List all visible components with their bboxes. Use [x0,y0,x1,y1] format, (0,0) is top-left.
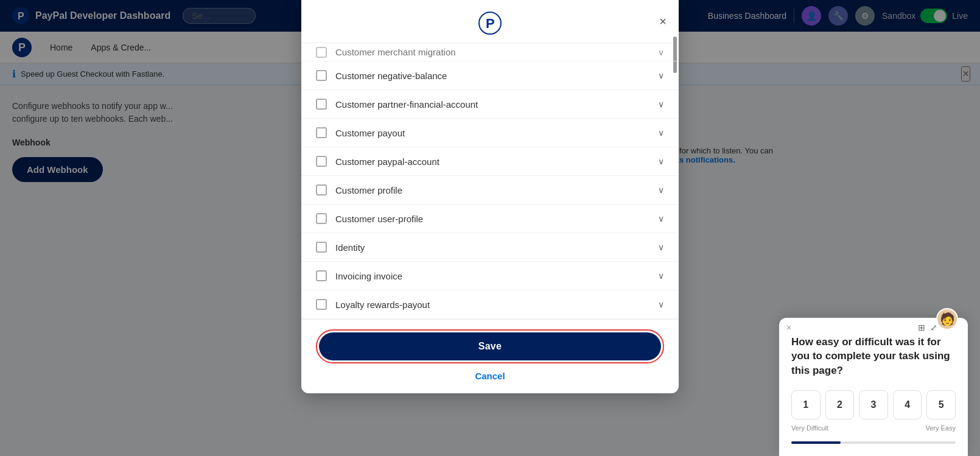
item-label-customer-profile: Customer profile [335,185,649,195]
save-button-wrapper: Save [316,329,664,363]
modal-header: P × [301,0,679,43]
list-item-customer-user-profile[interactable]: Customer user-profile ∨ [301,205,679,233]
checkbox-customer-profile[interactable] [316,184,327,195]
very-easy-label: Very Easy [925,424,956,432]
chevron-loyalty-rewards-payout: ∨ [658,300,664,309]
list-item-customer-paypal-account[interactable]: Customer paypal-account ∨ [301,147,679,176]
chevron-customer-paypal-account: ∨ [658,156,664,166]
feedback-scale: 1 2 3 4 5 [791,390,956,419]
checkbox-customer-user-profile[interactable] [316,213,327,224]
list-item-customer-partner-financial-account[interactable]: Customer partner-financial-account ∨ [301,90,679,119]
checkbox-invoicing-invoice[interactable] [316,270,327,281]
scale-button-4[interactable]: 4 [893,390,922,419]
item-label-customer-user-profile: Customer user-profile [335,214,649,224]
chevron-customer-merchant-migration: ∨ [658,47,664,57]
item-label-customer-payout: Customer payout [335,128,649,138]
chevron-customer-partner-financial-account: ∨ [658,99,664,109]
cancel-link[interactable]: Cancel [316,371,664,381]
feedback-grid-icon-button[interactable]: ⊞ [918,323,925,332]
list-item-customer-merchant-migration[interactable]: Customer merchant migration ∨ [301,43,679,61]
svg-text:P: P [486,16,495,31]
scale-labels: Very Difficult Very Easy [791,424,956,432]
list-item-loyalty-rewards-payout[interactable]: Loyalty rewards-payout ∨ [301,290,679,319]
scale-button-1[interactable]: 1 [791,390,821,419]
feedback-avatar: 🧑 [936,308,958,330]
checkbox-customer-paypal-account[interactable] [316,156,327,167]
list-item-identity[interactable]: Identity ∨ [301,233,679,262]
scale-button-5[interactable]: 5 [926,390,956,419]
feedback-close-button[interactable]: × [786,323,791,332]
chevron-customer-payout: ∨ [658,128,664,138]
webhook-events-modal: P × Customer merchant migration ∨ Custom… [301,0,679,393]
chevron-customer-negative-balance: ∨ [658,71,664,80]
checkbox-customer-negative-balance[interactable] [316,70,327,81]
modal-paypal-logo: P [478,11,502,35]
checkbox-loyalty-rewards-payout[interactable] [316,299,327,310]
item-label-customer-negative-balance: Customer negative-balance [335,71,649,81]
list-item-customer-payout[interactable]: Customer payout ∨ [301,119,679,147]
save-button[interactable]: Save [319,332,661,360]
modal-close-button[interactable]: × [659,15,667,27]
checkbox-identity[interactable] [316,242,327,253]
item-label-customer-paypal-account: Customer paypal-account [335,156,649,167]
item-label-identity: Identity [335,242,649,253]
list-item-customer-negative-balance[interactable]: Customer negative-balance ∨ [301,61,679,90]
checkbox-customer-merchant-migration[interactable] [316,47,327,58]
item-label-loyalty-rewards-payout: Loyalty rewards-payout [335,300,649,310]
scale-button-2[interactable]: 2 [825,390,855,419]
chevron-identity: ∨ [658,242,664,252]
checkbox-customer-payout[interactable] [316,127,327,138]
list-item-invoicing-invoice[interactable]: Invoicing invoice ∨ [301,262,679,290]
feedback-resize-icon-button[interactable]: ⤢ [930,323,937,332]
item-label-invoicing-invoice: Invoicing invoice [335,271,649,281]
chevron-customer-user-profile: ∨ [658,214,664,223]
modal-footer: Save Cancel [301,319,679,393]
paypal-logo-icon: P [478,11,502,35]
scale-button-3[interactable]: 3 [859,390,888,419]
item-label-customer-partner-financial-account: Customer partner-financial-account [335,99,649,110]
feedback-widget: 🧑 × ⊞ ⤢ How easy or difficult was it for… [779,318,968,456]
checkbox-customer-partner-financial-account[interactable] [316,99,327,110]
feedback-icons: ⊞ ⤢ [918,323,937,332]
very-difficult-label: Very Difficult [791,424,828,432]
feedback-question-text: How easy or difficult was it for you to … [791,335,956,378]
chevron-customer-profile: ∨ [658,185,664,195]
modal-items-list: Customer merchant migration ∨ Customer n… [301,43,679,319]
item-label-customer-merchant-migration: Customer merchant migration [335,47,649,57]
list-item-customer-profile[interactable]: Customer profile ∨ [301,176,679,205]
feedback-progress-bar-container [791,441,956,444]
feedback-progress-bar [791,441,841,444]
chevron-invoicing-invoice: ∨ [658,271,664,281]
